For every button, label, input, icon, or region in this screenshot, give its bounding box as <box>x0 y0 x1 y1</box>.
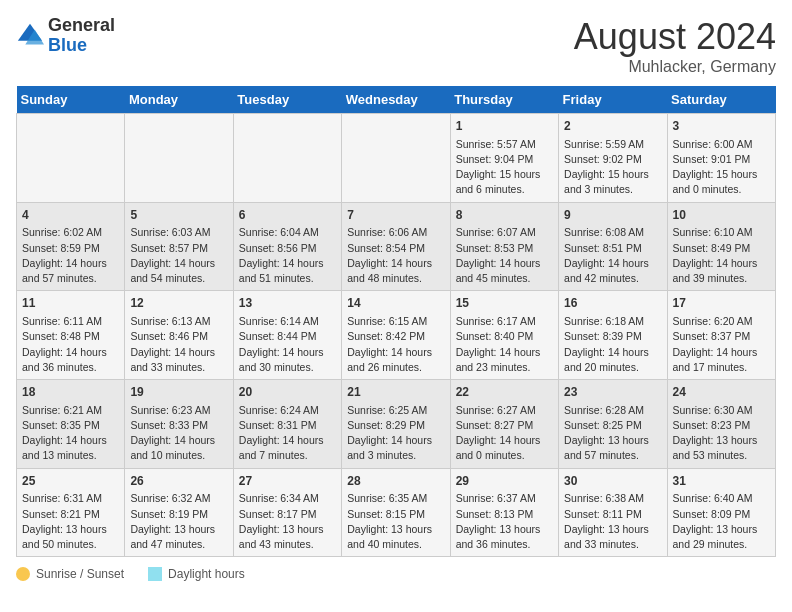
table-row <box>233 114 341 203</box>
day-info: Sunrise: 6:28 AM Sunset: 8:25 PM Dayligh… <box>564 403 661 464</box>
sunrise-icon <box>16 567 30 581</box>
table-row: 23Sunrise: 6:28 AM Sunset: 8:25 PM Dayli… <box>559 380 667 469</box>
day-info: Sunrise: 6:30 AM Sunset: 8:23 PM Dayligh… <box>673 403 770 464</box>
table-row: 3Sunrise: 6:00 AM Sunset: 9:01 PM Daylig… <box>667 114 775 203</box>
day-info: Sunrise: 6:02 AM Sunset: 8:59 PM Dayligh… <box>22 225 119 286</box>
table-row: 28Sunrise: 6:35 AM Sunset: 8:15 PM Dayli… <box>342 468 450 557</box>
day-info: Sunrise: 6:21 AM Sunset: 8:35 PM Dayligh… <box>22 403 119 464</box>
day-info: Sunrise: 6:13 AM Sunset: 8:46 PM Dayligh… <box>130 314 227 375</box>
table-row: 18Sunrise: 6:21 AM Sunset: 8:35 PM Dayli… <box>17 380 125 469</box>
col-monday: Monday <box>125 86 233 114</box>
calendar-week-row: 25Sunrise: 6:31 AM Sunset: 8:21 PM Dayli… <box>17 468 776 557</box>
table-row: 6Sunrise: 6:04 AM Sunset: 8:56 PM Daylig… <box>233 202 341 291</box>
table-row: 20Sunrise: 6:24 AM Sunset: 8:31 PM Dayli… <box>233 380 341 469</box>
table-row: 19Sunrise: 6:23 AM Sunset: 8:33 PM Dayli… <box>125 380 233 469</box>
col-sunday: Sunday <box>17 86 125 114</box>
table-row: 27Sunrise: 6:34 AM Sunset: 8:17 PM Dayli… <box>233 468 341 557</box>
day-info: Sunrise: 6:38 AM Sunset: 8:11 PM Dayligh… <box>564 491 661 552</box>
calendar-week-row: 4Sunrise: 6:02 AM Sunset: 8:59 PM Daylig… <box>17 202 776 291</box>
day-number: 22 <box>456 384 553 401</box>
table-row <box>17 114 125 203</box>
calendar-header-row: Sunday Monday Tuesday Wednesday Thursday… <box>17 86 776 114</box>
logo: General Blue <box>16 16 115 56</box>
calendar-week-row: 11Sunrise: 6:11 AM Sunset: 8:48 PM Dayli… <box>17 291 776 380</box>
day-number: 17 <box>673 295 770 312</box>
table-row: 4Sunrise: 6:02 AM Sunset: 8:59 PM Daylig… <box>17 202 125 291</box>
day-info: Sunrise: 6:17 AM Sunset: 8:40 PM Dayligh… <box>456 314 553 375</box>
day-number: 28 <box>347 473 444 490</box>
day-number: 10 <box>673 207 770 224</box>
col-thursday: Thursday <box>450 86 558 114</box>
day-number: 1 <box>456 118 553 135</box>
day-number: 20 <box>239 384 336 401</box>
day-info: Sunrise: 5:57 AM Sunset: 9:04 PM Dayligh… <box>456 137 553 198</box>
day-info: Sunrise: 6:24 AM Sunset: 8:31 PM Dayligh… <box>239 403 336 464</box>
calendar-week-row: 18Sunrise: 6:21 AM Sunset: 8:35 PM Dayli… <box>17 380 776 469</box>
col-saturday: Saturday <box>667 86 775 114</box>
day-info: Sunrise: 6:34 AM Sunset: 8:17 PM Dayligh… <box>239 491 336 552</box>
day-info: Sunrise: 6:11 AM Sunset: 8:48 PM Dayligh… <box>22 314 119 375</box>
table-row: 5Sunrise: 6:03 AM Sunset: 8:57 PM Daylig… <box>125 202 233 291</box>
logo-icon <box>16 22 44 50</box>
calendar-table: Sunday Monday Tuesday Wednesday Thursday… <box>16 86 776 557</box>
day-info: Sunrise: 6:40 AM Sunset: 8:09 PM Dayligh… <box>673 491 770 552</box>
day-number: 15 <box>456 295 553 312</box>
day-number: 24 <box>673 384 770 401</box>
day-number: 31 <box>673 473 770 490</box>
table-row: 21Sunrise: 6:25 AM Sunset: 8:29 PM Dayli… <box>342 380 450 469</box>
calendar-week-row: 1Sunrise: 5:57 AM Sunset: 9:04 PM Daylig… <box>17 114 776 203</box>
location-subtitle: Muhlacker, Germany <box>574 58 776 76</box>
table-row: 8Sunrise: 6:07 AM Sunset: 8:53 PM Daylig… <box>450 202 558 291</box>
day-number: 7 <box>347 207 444 224</box>
table-row: 24Sunrise: 6:30 AM Sunset: 8:23 PM Dayli… <box>667 380 775 469</box>
day-number: 21 <box>347 384 444 401</box>
daylight-legend-label: Daylight hours <box>168 567 245 581</box>
day-info: Sunrise: 6:07 AM Sunset: 8:53 PM Dayligh… <box>456 225 553 286</box>
table-row: 1Sunrise: 5:57 AM Sunset: 9:04 PM Daylig… <box>450 114 558 203</box>
day-info: Sunrise: 5:59 AM Sunset: 9:02 PM Dayligh… <box>564 137 661 198</box>
day-info: Sunrise: 6:31 AM Sunset: 8:21 PM Dayligh… <box>22 491 119 552</box>
day-info: Sunrise: 6:18 AM Sunset: 8:39 PM Dayligh… <box>564 314 661 375</box>
day-number: 6 <box>239 207 336 224</box>
day-info: Sunrise: 6:35 AM Sunset: 8:15 PM Dayligh… <box>347 491 444 552</box>
col-wednesday: Wednesday <box>342 86 450 114</box>
day-number: 8 <box>456 207 553 224</box>
day-number: 19 <box>130 384 227 401</box>
page-header: General Blue August 2024 Muhlacker, Germ… <box>16 16 776 76</box>
day-number: 13 <box>239 295 336 312</box>
table-row: 31Sunrise: 6:40 AM Sunset: 8:09 PM Dayli… <box>667 468 775 557</box>
logo-general-text: General <box>48 15 115 35</box>
day-number: 27 <box>239 473 336 490</box>
day-info: Sunrise: 6:06 AM Sunset: 8:54 PM Dayligh… <box>347 225 444 286</box>
table-row: 9Sunrise: 6:08 AM Sunset: 8:51 PM Daylig… <box>559 202 667 291</box>
day-number: 14 <box>347 295 444 312</box>
table-row <box>342 114 450 203</box>
table-row: 26Sunrise: 6:32 AM Sunset: 8:19 PM Dayli… <box>125 468 233 557</box>
table-row <box>125 114 233 203</box>
day-info: Sunrise: 6:15 AM Sunset: 8:42 PM Dayligh… <box>347 314 444 375</box>
day-info: Sunrise: 6:37 AM Sunset: 8:13 PM Dayligh… <box>456 491 553 552</box>
day-number: 2 <box>564 118 661 135</box>
daylight-icon <box>148 567 162 581</box>
day-info: Sunrise: 6:20 AM Sunset: 8:37 PM Dayligh… <box>673 314 770 375</box>
sunrise-legend-label: Sunrise / Sunset <box>36 567 124 581</box>
col-friday: Friday <box>559 86 667 114</box>
day-info: Sunrise: 6:14 AM Sunset: 8:44 PM Dayligh… <box>239 314 336 375</box>
day-info: Sunrise: 6:27 AM Sunset: 8:27 PM Dayligh… <box>456 403 553 464</box>
day-number: 5 <box>130 207 227 224</box>
day-number: 11 <box>22 295 119 312</box>
day-number: 9 <box>564 207 661 224</box>
table-row: 29Sunrise: 6:37 AM Sunset: 8:13 PM Dayli… <box>450 468 558 557</box>
table-row: 17Sunrise: 6:20 AM Sunset: 8:37 PM Dayli… <box>667 291 775 380</box>
day-number: 23 <box>564 384 661 401</box>
day-info: Sunrise: 6:04 AM Sunset: 8:56 PM Dayligh… <box>239 225 336 286</box>
day-number: 18 <box>22 384 119 401</box>
table-row: 11Sunrise: 6:11 AM Sunset: 8:48 PM Dayli… <box>17 291 125 380</box>
logo-blue-text: Blue <box>48 35 87 55</box>
day-number: 26 <box>130 473 227 490</box>
table-row: 15Sunrise: 6:17 AM Sunset: 8:40 PM Dayli… <box>450 291 558 380</box>
month-title: August 2024 <box>574 16 776 58</box>
day-number: 3 <box>673 118 770 135</box>
day-number: 30 <box>564 473 661 490</box>
legend: Sunrise / Sunset Daylight hours <box>16 567 776 581</box>
